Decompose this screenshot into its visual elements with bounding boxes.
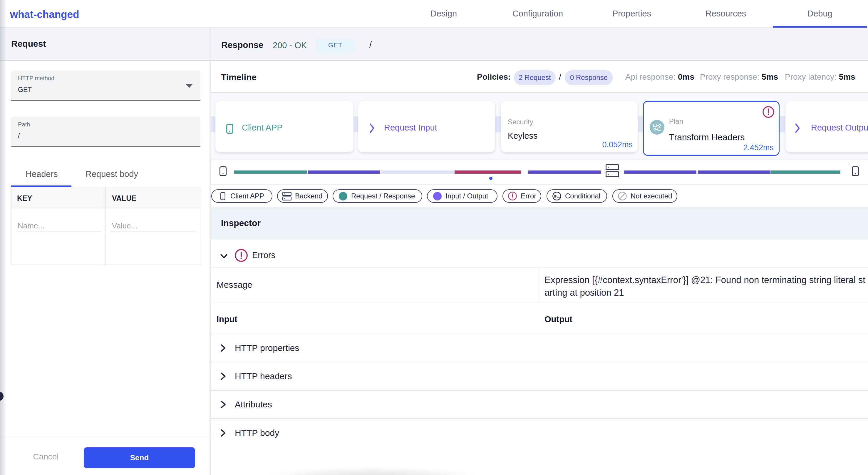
svg-text:IF...: IF... [554, 194, 560, 199]
